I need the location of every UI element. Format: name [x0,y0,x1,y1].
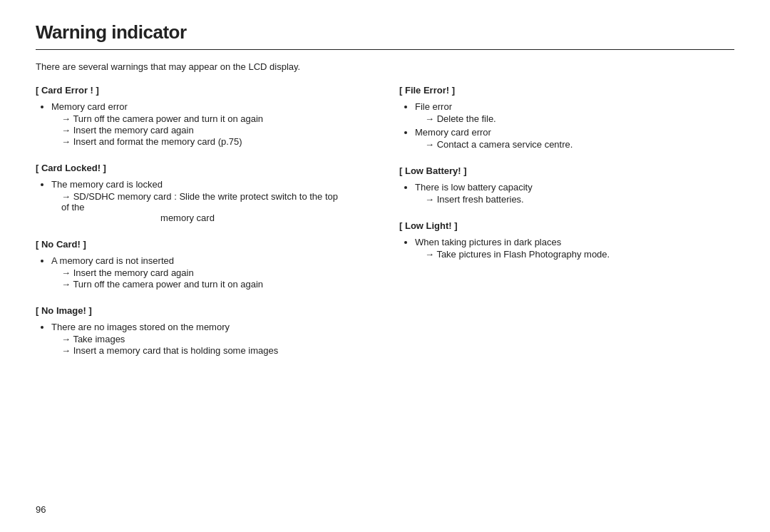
no-card-title: [ No Card! ] [36,239,371,250]
section-card-error: [ Card Error ! ] Memory card error Turn … [36,85,371,147]
no-image-title: [ No Image! ] [36,305,371,316]
section-card-locked: [ Card Locked! ] The memory card is lock… [36,163,371,223]
section-file-error: [ File Error! ] File error Delete the fi… [399,85,734,150]
page-title: Warning indicator [36,21,734,44]
low-battery-bullet-1: There is low battery capacity Insert fre… [415,182,734,205]
no-card-sub-1: Insert the memory card again [61,267,371,278]
low-battery-sub-1: Insert fresh batteries. [425,194,734,205]
title-divider [36,49,734,50]
section-no-image: [ No Image! ] There are no images stored… [36,305,371,356]
low-light-bullet-1: When taking pictures in dark places Take… [415,237,734,260]
no-image-sub-2: Insert a memory card that is holding som… [61,345,371,356]
file-error-title: [ File Error! ] [399,85,734,96]
card-error-bullet-1: Memory card error Turn off the camera po… [51,101,371,147]
section-low-battery: [ Low Battery! ] There is low battery ca… [399,165,734,205]
content-columns: [ Card Error ! ] Memory card error Turn … [36,85,734,372]
section-low-light: [ Low Light! ] When taking pictures in d… [399,220,734,260]
intro-text: There are several warnings that may appe… [36,61,734,72]
file-error-sub-2: Contact a camera service centre. [425,139,734,150]
card-error-sub-2: Insert the memory card again [61,125,371,135]
card-error-title: [ Card Error ! ] [36,85,371,96]
file-error-bullet-2: Memory card error Contact a camera servi… [415,127,734,150]
low-light-sub-1: Take pictures in Flash Photography mode. [425,249,734,260]
low-light-title: [ Low Light! ] [399,220,734,231]
no-image-bullet-1: There are no images stored on the memory… [51,322,371,356]
card-error-sub-1: Turn off the camera power and turn it on… [61,113,371,124]
no-card-sub-2: Turn off the camera power and turn it on… [61,279,371,290]
page-number: 96 [36,504,46,515]
no-image-sub-1: Take images [61,334,371,344]
card-locked-bullet-1: The memory card is locked SD/SDHC memory… [51,179,371,223]
file-error-bullet-1: File error Delete the file. [415,101,734,124]
left-column: [ Card Error ! ] Memory card error Turn … [36,85,399,372]
card-error-sub-3: Insert and format the memory card (p.75) [61,136,371,147]
file-error-sub-1: Delete the file. [425,113,734,124]
section-no-card: [ No Card! ] A memory card is not insert… [36,239,371,290]
no-card-bullet-1: A memory card is not inserted Insert the… [51,255,371,290]
low-battery-title: [ Low Battery! ] [399,165,734,176]
card-locked-sub-1: SD/SDHC memory card : Slide the write pr… [61,191,371,223]
card-locked-title: [ Card Locked! ] [36,163,371,173]
right-column: [ File Error! ] File error Delete the fi… [399,85,734,372]
